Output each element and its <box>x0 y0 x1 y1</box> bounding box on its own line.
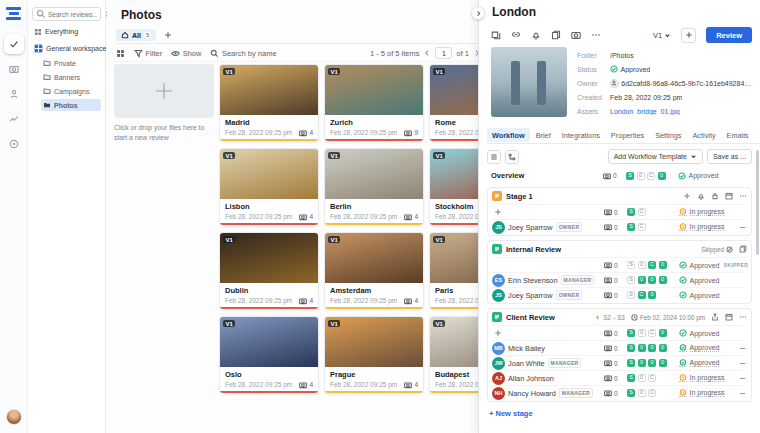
rail-item-record[interactable] <box>4 134 24 154</box>
tab-all[interactable]: All 5 <box>116 29 156 41</box>
rail-item-people[interactable] <box>4 84 24 104</box>
add-reviewer-button[interactable] <box>492 328 503 339</box>
new-stage-button[interactable]: + New stage <box>489 409 752 418</box>
view-grid-icon[interactable] <box>116 49 125 58</box>
tab-workflow[interactable]: Workflow <box>487 128 530 142</box>
status-approved: Approved <box>679 291 719 299</box>
sidebar-folder-campaigns[interactable]: Campaigns <box>41 85 101 97</box>
review-card-dublin[interactable]: V1DublinFeb 28, 2022 09:25 pm4 <box>219 232 319 310</box>
add-reviewer-button[interactable] <box>492 207 503 218</box>
review-card-berlin[interactable]: V1BerlinFeb 28, 2022 09:25 pm4 <box>324 148 424 226</box>
tab-settings[interactable]: Settings <box>650 128 686 142</box>
rail-item-reviews[interactable] <box>4 34 24 54</box>
show-button[interactable]: Show <box>171 49 201 58</box>
sidebar-folder-photos[interactable]: Photos <box>41 99 101 111</box>
review-card-madrid[interactable]: V1MadridFeb 28, 2022 09:25 pm4 <box>219 64 319 142</box>
rail-item-insights[interactable] <box>4 109 24 129</box>
upload-dropzone[interactable]: Click or drop your files here to start a… <box>114 64 214 142</box>
version-select[interactable]: V1 <box>653 31 671 40</box>
page-number-input[interactable] <box>435 47 452 59</box>
filter-button[interactable]: Filter <box>134 49 162 58</box>
prev-page-icon[interactable] <box>423 49 431 57</box>
bell-icon[interactable] <box>697 192 705 200</box>
decision-chip: 0 <box>648 276 656 284</box>
reviewer-name: Joey Sparrow <box>508 223 553 232</box>
review-card-zurich[interactable]: V1ZurichFeb 28, 2022 09:25 pm9 <box>324 64 424 142</box>
skipped-toggle[interactable]: Skipped <box>701 246 733 253</box>
copy-icon[interactable] <box>739 245 747 253</box>
sidebar-folder-private[interactable]: Private <box>41 57 101 69</box>
dots-icon[interactable] <box>591 30 601 40</box>
status-in-progress[interactable]: In progress <box>679 208 725 216</box>
review-card-prague[interactable]: V1PragueFeb 28, 2022 09:25 pm4 <box>324 316 424 394</box>
workflow-list-view-button[interactable] <box>487 150 501 164</box>
user-avatar[interactable] <box>6 409 22 425</box>
status-approved[interactable]: Approved <box>679 359 719 367</box>
row-menu-icon[interactable] <box>738 223 747 232</box>
role-badge: MANAGER <box>559 388 593 398</box>
decision-chips: S0C0 <box>626 172 678 180</box>
decision-chips: S000 <box>627 359 679 367</box>
tab-activity[interactable]: Activity <box>688 128 721 142</box>
tab-brief[interactable]: Brief <box>531 128 556 142</box>
tab-emails[interactable]: Emails <box>722 128 754 142</box>
copy-icon[interactable] <box>551 30 561 40</box>
overview-label: Overview <box>491 171 524 180</box>
panel-scrollbar[interactable] <box>756 150 759 255</box>
workflow-flow-view-button[interactable] <box>505 150 519 164</box>
status-in-progress[interactable]: In progress <box>679 223 725 231</box>
slides-icon[interactable] <box>491 30 501 40</box>
sidebar-item-everything[interactable]: Everything <box>32 25 101 38</box>
row-menu-icon[interactable] <box>738 389 747 398</box>
comments-count-badge: 0 <box>604 344 627 352</box>
review-card-lisbon[interactable]: V1LisbonFeb 28, 2022 09:25 pm4 <box>219 148 319 226</box>
save-as-button[interactable]: Save as ... <box>707 149 752 164</box>
camera-icon <box>404 297 412 305</box>
review-card-oslo[interactable]: V1OsloFeb 28, 2022 09:25 pm4 <box>219 316 319 394</box>
search-by-name[interactable]: Search by name <box>210 49 276 58</box>
share-icon[interactable] <box>711 313 719 321</box>
row-menu-icon[interactable] <box>738 374 747 383</box>
review-button[interactable]: Review <box>706 27 752 43</box>
review-card-amsterdam[interactable]: V1AmsterdamFeb 28, 2022 09:25 pm4 <box>324 232 424 310</box>
sidebar-folder-banners[interactable]: Banners <box>41 71 101 83</box>
status-in-progress[interactable]: In progress <box>679 389 725 397</box>
sidebar-item-workspace[interactable]: General workspace <box>32 42 101 55</box>
row-menu-icon[interactable] <box>738 344 747 353</box>
meta-value[interactable]: London_bridge_01.jpg <box>610 108 680 115</box>
asset-link[interactable]: London_bridge_01.jpg <box>610 108 680 115</box>
add-tab-button[interactable] <box>164 31 172 39</box>
comments-icon <box>604 223 612 231</box>
cam-icon[interactable] <box>571 30 581 40</box>
chevron-down-icon <box>664 32 671 39</box>
dots-icon[interactable] <box>739 313 747 321</box>
tab-integrations[interactable]: Integrations <box>557 128 605 142</box>
lock-icon[interactable] <box>711 192 719 200</box>
version-badge: V1 <box>433 152 445 159</box>
tab-properties[interactable]: Properties <box>606 128 649 142</box>
status-icon <box>679 208 687 216</box>
dots-icon[interactable] <box>739 192 747 200</box>
card-image: V1 <box>220 317 318 367</box>
status-in-progress[interactable]: In progress <box>679 374 725 382</box>
link-icon[interactable] <box>511 30 521 40</box>
add-workflow-template-button[interactable]: Add Workflow Template <box>608 149 703 164</box>
reviewer-row-allan-johnson: AJAllan Johnson0S0CIn progress <box>492 370 747 385</box>
cam-icon <box>9 64 19 74</box>
panel-collapse-button[interactable] <box>471 6 485 20</box>
calendar-icon[interactable] <box>725 192 733 200</box>
sidebar-search-input[interactable] <box>48 11 97 18</box>
add-version-button[interactable] <box>681 28 696 43</box>
sidebar-search[interactable] <box>32 7 101 21</box>
row-menu-icon[interactable] <box>738 359 747 368</box>
status-approved[interactable]: Approved <box>679 344 719 352</box>
rail-item-media[interactable] <box>4 59 24 79</box>
comments-icon <box>603 172 611 180</box>
calendar-icon[interactable] <box>725 313 733 321</box>
decision-chips: S0C0 <box>627 261 679 269</box>
bell-icon[interactable] <box>531 30 541 40</box>
tab-all-count: 5 <box>144 32 151 38</box>
plus-icon[interactable] <box>683 192 691 200</box>
status-bar <box>325 223 423 226</box>
asset-thumbnail[interactable] <box>491 47 567 117</box>
